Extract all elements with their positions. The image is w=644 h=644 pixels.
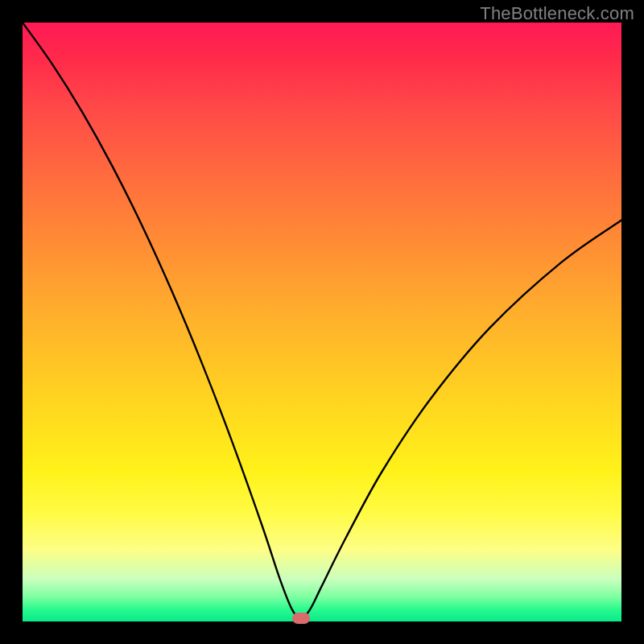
plot-area (23, 23, 621, 621)
bottleneck-curve (23, 23, 621, 618)
chart-frame: TheBottleneck.com (0, 0, 644, 644)
watermark-text: TheBottleneck.com (480, 3, 634, 24)
curve-svg (23, 23, 621, 621)
optimal-point-marker (292, 613, 310, 624)
